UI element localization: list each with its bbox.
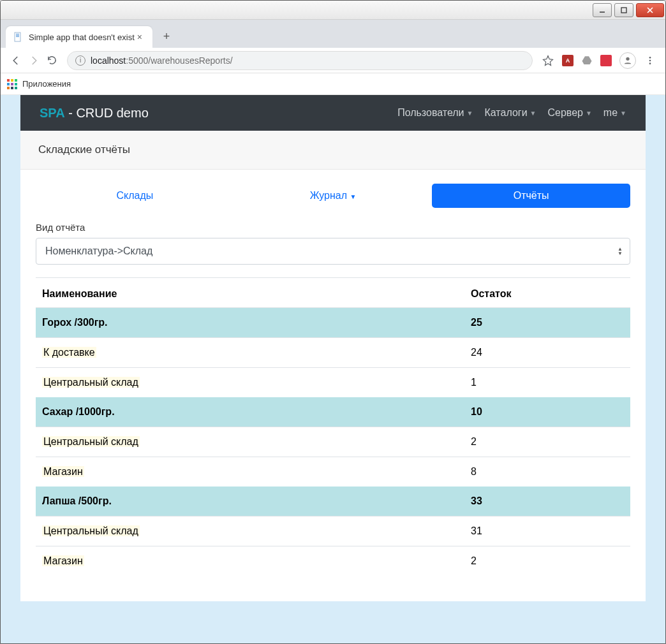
col-name-header: Наименование (36, 281, 464, 308)
row-name: К доставке (36, 338, 464, 368)
report-card: Складские отчёты Склады Журнал ▼ Отчёты … (20, 131, 646, 601)
app-brand[interactable]: SPA - CRUD demo (40, 106, 149, 121)
table-row: Магазин2 (36, 546, 630, 576)
forward-button[interactable] (25, 52, 43, 70)
reload-button[interactable] (43, 52, 61, 70)
toolbar-right-icons: A (539, 52, 659, 69)
bookmarks-bar: Приложения (1, 73, 665, 95)
row-name: Центральный склад (36, 368, 464, 398)
row-qty: 2 (464, 427, 630, 457)
row-qty: 24 (464, 338, 630, 368)
url-host: localhost (91, 55, 126, 66)
browser-tab-strip: Simple app that doesn't exist × + (1, 20, 665, 48)
svg-rect-6 (16, 35, 19, 36)
chevron-down-icon: ▼ (586, 110, 592, 117)
nav-user-dropdown[interactable]: me▼ (603, 107, 626, 119)
report-type-select-wrap: Номенклатура->Склад ▲▼ (36, 238, 630, 265)
browser-menu-icon[interactable] (644, 54, 656, 67)
tab-journal[interactable]: Журнал ▼ (234, 184, 433, 208)
table-row: Центральный склад2 (36, 427, 630, 457)
table-group-row: Лапша /500гр.33 (36, 487, 630, 516)
group-total: 10 (464, 397, 630, 427)
tab-reports-label: Отчёты (514, 190, 549, 201)
extension-pdf-icon[interactable]: A (562, 55, 574, 66)
window-titlebar (1, 1, 665, 20)
address-bar[interactable]: i localhost:5000/warehousesReports/ (67, 51, 533, 70)
report-type-label: Вид отчёта (36, 222, 630, 233)
tab-reports[interactable]: Отчёты (432, 184, 630, 208)
chevron-down-icon: ▼ (530, 110, 536, 117)
row-qty: 8 (464, 457, 630, 487)
row-name: Центральный склад (36, 427, 464, 457)
select-arrows-icon: ▲▼ (618, 247, 623, 256)
browser-tab[interactable]: Simple app that doesn't exist × (6, 26, 152, 48)
page-container: SPA - CRUD demo Пользователи▼ Каталоги▼ … (20, 95, 646, 601)
tab-favicon (13, 32, 24, 42)
tab-close-icon[interactable]: × (135, 32, 145, 42)
nav-catalogs-label: Каталоги (484, 107, 527, 119)
window-maximize-button[interactable] (614, 3, 633, 17)
back-button[interactable] (7, 52, 25, 70)
svg-rect-1 (621, 8, 626, 13)
tab-warehouses-label: Склады (116, 190, 153, 201)
window-minimize-button[interactable] (593, 3, 612, 17)
window-close-button[interactable] (636, 3, 664, 17)
navbar-menu: Пользователи▼ Каталоги▼ Сервер▼ me▼ (397, 107, 626, 119)
group-total: 33 (464, 487, 630, 516)
report-type-value: Номенклатура->Склад (45, 245, 152, 257)
row-name: Магазин (36, 457, 464, 487)
report-table: Наименование Остаток Горох /300гр.25К до… (36, 281, 630, 576)
table-row: Магазин8 (36, 457, 630, 487)
new-tab-button[interactable]: + (158, 27, 175, 45)
table-header-row: Наименование Остаток (36, 281, 630, 308)
window-frame: Simple app that doesn't exist × + i loca… (0, 0, 666, 644)
browser-toolbar: i localhost:5000/warehousesReports/ A (1, 48, 665, 73)
extension-drive-icon[interactable] (581, 55, 593, 66)
col-qty-header: Остаток (464, 281, 630, 308)
divider (36, 277, 630, 278)
profile-avatar-icon[interactable] (619, 52, 636, 69)
url-text: localhost:5000/warehousesReports/ (91, 55, 233, 66)
site-info-icon[interactable]: i (75, 55, 85, 66)
svg-rect-7 (16, 36, 19, 37)
table-group-row: Горох /300гр.25 (36, 308, 630, 338)
tab-warehouses[interactable]: Склады (36, 184, 234, 208)
svg-point-8 (626, 57, 629, 60)
apps-label: Приложения (22, 79, 71, 89)
report-type-select[interactable]: Номенклатура->Склад (36, 238, 630, 265)
nav-users-dropdown[interactable]: Пользователи▼ (397, 107, 473, 119)
table-group-row: Сахар /1000гр.10 (36, 397, 630, 427)
table-row: Центральный склад31 (36, 516, 630, 546)
nav-server-dropdown[interactable]: Сервер▼ (547, 107, 591, 119)
table-row: Центральный склад1 (36, 368, 630, 398)
group-name: Лапша /500гр. (36, 487, 464, 516)
card-header: Складские отчёты (20, 131, 646, 170)
group-name: Горох /300гр. (36, 308, 464, 338)
bookmark-star-icon[interactable] (542, 54, 554, 67)
tab-journal-label: Журнал (310, 190, 347, 201)
row-qty: 31 (464, 516, 630, 546)
svg-rect-5 (16, 34, 19, 34)
app-navbar: SPA - CRUD demo Пользователи▼ Каталоги▼ … (20, 95, 646, 131)
row-qty: 1 (464, 368, 630, 398)
card-body: Склады Журнал ▼ Отчёты Вид отчёта Номенк… (20, 170, 646, 601)
row-qty: 2 (464, 546, 630, 576)
apps-shortcut[interactable]: Приложения (7, 79, 71, 89)
extension-red-icon[interactable] (600, 55, 612, 66)
brand-rest: - CRUD demo (65, 106, 149, 120)
brand-spa: SPA (40, 106, 65, 120)
url-path: :5000/warehousesReports/ (126, 55, 232, 66)
tabs: Склады Журнал ▼ Отчёты (36, 184, 630, 208)
nav-catalogs-dropdown[interactable]: Каталоги▼ (484, 107, 536, 119)
chevron-down-icon: ▼ (620, 110, 626, 117)
row-name: Центральный склад (36, 516, 464, 546)
apps-grid-icon (7, 79, 17, 89)
nav-server-label: Сервер (547, 107, 582, 119)
tab-title: Simple app that doesn't exist (29, 33, 135, 42)
table-row: К доставке24 (36, 338, 630, 368)
row-name: Магазин (36, 546, 464, 576)
chevron-down-icon: ▼ (467, 110, 473, 117)
svg-point-11 (649, 62, 651, 64)
page-viewport: SPA - CRUD demo Пользователи▼ Каталоги▼ … (1, 95, 665, 643)
svg-point-9 (649, 57, 651, 59)
